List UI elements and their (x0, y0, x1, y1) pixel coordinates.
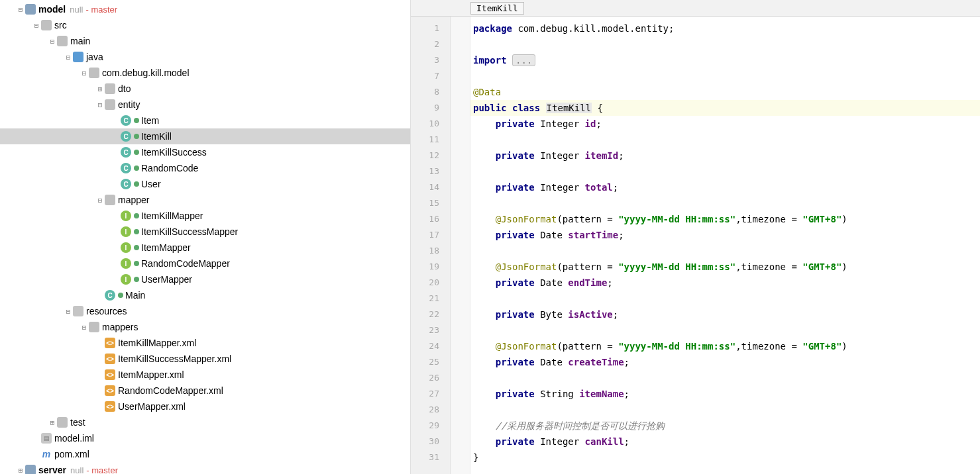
module-icon (25, 465, 36, 474)
resources-folder-icon (73, 306, 83, 316)
tree-label: User (141, 179, 161, 189)
breadcrumb-item[interactable]: ItemKill (470, 2, 524, 15)
tree-branch: - master (86, 465, 118, 475)
folder-icon (41, 20, 52, 30)
vcs-dot-icon (134, 213, 139, 218)
gutter-line-number: 30 (411, 434, 450, 450)
tree-interface[interactable]: I ItemKillMapper (0, 208, 410, 224)
line-gutter[interactable]: 1237891011121314151617181920212223242526… (411, 17, 451, 474)
gutter-line-number: 15 (411, 195, 450, 211)
tree-class-itemkill[interactable]: C ItemKill (0, 128, 410, 144)
tree-xml-file[interactable]: <> UserMapper.xml (0, 399, 410, 414)
code-editor: ItemKill 1237891011121314151617181920212… (411, 0, 980, 474)
xml-icon: <> (105, 385, 115, 396)
class-icon: C (121, 131, 131, 142)
tree-folder-mapper[interactable]: ⊟ mapper (0, 192, 410, 208)
xml-icon: <> (105, 401, 115, 412)
tree-label: dto (118, 83, 131, 94)
xml-icon: <> (105, 338, 115, 348)
tree-xml-file[interactable]: <> RandomCodeMapper.xml (0, 383, 410, 399)
tree-folder-entity[interactable]: ⊟ entity (0, 97, 410, 113)
vcs-dot-icon (134, 261, 139, 266)
interface-icon: I (121, 274, 131, 285)
tree-folder-dto[interactable]: ⊞ dto (0, 81, 410, 97)
tree-label: src (54, 20, 67, 30)
tree-label: ItemMapper.xml (118, 369, 184, 380)
tree-module-server[interactable]: ⊞ server null - master (0, 462, 410, 474)
tree-interface[interactable]: I RandomCodeMapper (0, 256, 410, 271)
tree-label: ItemKillSuccessMapper.xml (118, 354, 231, 364)
tree-folder-resources[interactable]: ⊟ resources (0, 303, 410, 319)
gutter-line-number: 22 (411, 307, 450, 322)
tree-package[interactable]: ⊟ com.debug.kill.model (0, 65, 410, 81)
class-icon: C (105, 290, 115, 301)
gutter-line-number: 27 (411, 386, 450, 402)
tree-label: ItemMapper (141, 242, 191, 253)
tree-file-iml[interactable]: ▤ model.iml (0, 430, 410, 446)
folder-icon (89, 322, 99, 332)
gutter-line-number: 8 (411, 84, 450, 100)
xml-icon: <> (105, 369, 115, 380)
tree-label: ItemKillMapper.xml (118, 338, 196, 348)
gutter-line-number: 26 (411, 370, 450, 386)
vcs-dot-icon (134, 245, 139, 250)
tree-label: Item (141, 115, 159, 126)
fold-gutter[interactable] (451, 17, 470, 474)
class-icon: C (121, 147, 131, 158)
gutter-line-number: 7 (411, 68, 450, 84)
package-icon (105, 195, 115, 205)
tree-label: UserMapper (141, 274, 192, 285)
file-icon: ▤ (41, 433, 52, 444)
tree-class-item[interactable]: C Item (0, 113, 410, 128)
tree-folder-mappers[interactable]: ⊟ mappers (0, 319, 410, 335)
tree-folder-java[interactable]: ⊟ java (0, 49, 410, 65)
tree-class-itemkillsuccess[interactable]: C ItemKillSuccess (0, 144, 410, 160)
tree-label: main (70, 36, 90, 46)
tree-xml-file[interactable]: <> ItemMapper.xml (0, 367, 410, 383)
tree-file-pom[interactable]: m pom.xml (0, 446, 410, 462)
interface-icon: I (121, 242, 131, 253)
tree-label: RandomCodeMapper.xml (118, 385, 223, 396)
fold-marker[interactable]: ... (512, 54, 535, 66)
tree-branch: - master (85, 5, 117, 15)
gutter-line-number: 9 (411, 100, 450, 116)
tree-meta: null (70, 5, 83, 15)
tree-module-model[interactable]: ⊟ model null - master (0, 1, 410, 17)
gutter-line-number: 18 (411, 243, 450, 259)
gutter-line-number: 16 (411, 211, 450, 227)
tree-folder-test[interactable]: ⊞ test (0, 414, 410, 430)
interface-icon: I (121, 226, 131, 237)
gutter-line-number: 3 (411, 52, 450, 68)
tree-folder-src[interactable]: ⊟ src (0, 17, 410, 33)
tree-interface[interactable]: I ItemKillSuccessMapper (0, 224, 410, 240)
tree-interface[interactable]: I UserMapper (0, 271, 410, 287)
class-icon: C (121, 179, 131, 189)
gutter-line-number: 12 (411, 148, 450, 164)
tree-label: com.debug.kill.model (102, 68, 190, 78)
tree-label: RandomCodeMapper (141, 258, 230, 269)
tree-xml-file[interactable]: <> ItemKillSuccessMapper.xml (0, 351, 410, 367)
code-content[interactable]: package com.debug.kill.model.entity; imp… (470, 17, 980, 474)
tree-label: resources (86, 306, 127, 316)
package-icon (89, 68, 99, 78)
package-icon (105, 99, 115, 110)
gutter-line-number: 24 (411, 338, 450, 354)
project-tree[interactable]: ⊟ model null - master ⊟ src ⊟ main ⊟ jav… (0, 0, 411, 474)
tree-xml-file[interactable]: <> ItemKillMapper.xml (0, 335, 410, 351)
xml-icon: <> (105, 354, 115, 364)
gutter-line-number: 1 (411, 21, 450, 36)
tree-folder-main[interactable]: ⊟ main (0, 33, 410, 49)
tree-label: ItemKillSuccess (141, 147, 207, 158)
tree-label: RandomCode (141, 163, 198, 173)
vcs-dot-icon (118, 293, 123, 298)
vcs-dot-icon (134, 229, 139, 234)
vcs-dot-icon (134, 277, 139, 282)
tree-label: pom.xml (54, 449, 89, 459)
tree-class-main[interactable]: C Main (0, 287, 410, 303)
tree-class-randomcode[interactable]: C RandomCode (0, 160, 410, 176)
tree-interface[interactable]: I ItemMapper (0, 240, 410, 256)
class-icon: C (121, 163, 131, 173)
tree-class-user[interactable]: C User (0, 176, 410, 192)
gutter-line-number: 29 (411, 418, 450, 434)
tree-label: ItemKill (141, 131, 172, 142)
